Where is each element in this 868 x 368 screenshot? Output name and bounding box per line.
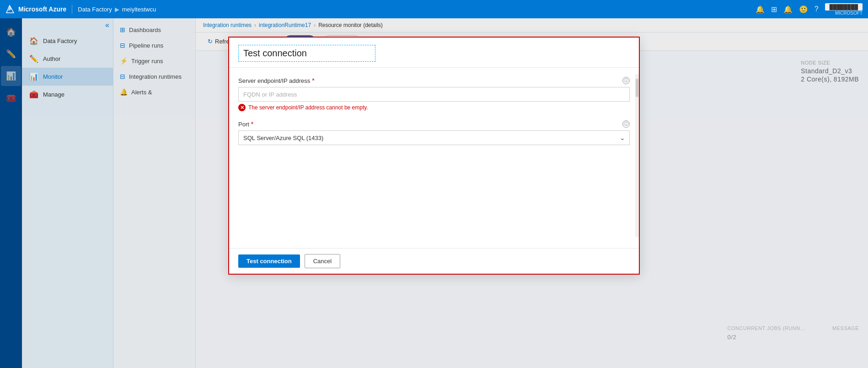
- modal-overlay: Test connection Server endpoint/IP addre…: [0, 18, 868, 368]
- scrollbar-thumb: [636, 79, 638, 97]
- alert-bell-icon[interactable]: 🔔: [783, 5, 793, 14]
- topbar-arrow: ▶: [115, 6, 119, 13]
- error-icon: ✕: [238, 104, 246, 111]
- server-endpoint-label: Server endpoint/IP address: [238, 77, 310, 84]
- port-label: Port: [238, 121, 249, 128]
- modal-dialog: Test connection Server endpoint/IP addre…: [228, 37, 640, 275]
- topbar-right: 🔔 ⊞ 🔔 🙂 ? ████████ MICROSOFT: [755, 3, 863, 16]
- brand-logo: Microsoft Azure: [5, 5, 66, 14]
- port-select-wrapper: SQL Server/Azure SQL (1433) Custom ⌄: [238, 130, 630, 145]
- port-select[interactable]: SQL Server/Azure SQL (1433) Custom: [238, 130, 630, 145]
- notifications-icon[interactable]: 🔔: [755, 5, 765, 14]
- modal-title-bar: Test connection: [229, 38, 639, 68]
- server-endpoint-input[interactable]: [238, 87, 630, 102]
- port-info-icon[interactable]: ⓘ: [622, 120, 630, 128]
- port-group: Port * ⓘ SQL Server/Azure SQL (1433) Cus…: [238, 120, 630, 145]
- help-icon[interactable]: ?: [814, 5, 819, 13]
- port-required-star: *: [251, 120, 253, 128]
- test-connection-button[interactable]: Test connection: [238, 254, 300, 268]
- azure-logo-icon: [5, 5, 15, 14]
- server-endpoint-error: ✕ The server endpoint/IP address cannot …: [238, 104, 630, 111]
- port-label-row: Port * ⓘ: [238, 120, 630, 128]
- modal-footer: Test connection Cancel: [229, 248, 639, 274]
- topbar-instance: meiyltestwcu: [122, 6, 156, 13]
- topbar: Microsoft Azure Data Factory ▶ meiyltest…: [0, 0, 868, 18]
- user-info[interactable]: ████████ MICROSOFT: [825, 3, 863, 16]
- smiley-icon[interactable]: 🙂: [799, 5, 808, 14]
- topbar-divider: [72, 5, 72, 14]
- server-endpoint-label-row: Server endpoint/IP address * ⓘ: [238, 77, 630, 84]
- server-endpoint-group: Server endpoint/IP address * ⓘ ✕ The ser…: [238, 77, 630, 111]
- topbar-service-name: Data Factory: [78, 6, 112, 13]
- error-text: The server endpoint/IP address cannot be…: [248, 104, 368, 111]
- modal-body: Server endpoint/IP address * ⓘ ✕ The ser…: [229, 68, 639, 248]
- server-info-icon[interactable]: ⓘ: [622, 77, 630, 84]
- username: ████████: [825, 3, 863, 11]
- modal-scrollbar[interactable]: [635, 74, 639, 237]
- server-required-star: *: [312, 77, 314, 84]
- modal-title: Test connection: [238, 45, 375, 62]
- portal-icon[interactable]: ⊞: [771, 5, 777, 14]
- topbar-service: Data Factory ▶ meiyltestwcu: [78, 6, 156, 13]
- company-name: MICROSOFT: [825, 11, 863, 16]
- cancel-button[interactable]: Cancel: [305, 254, 340, 268]
- brand-name: Microsoft Azure: [18, 5, 66, 13]
